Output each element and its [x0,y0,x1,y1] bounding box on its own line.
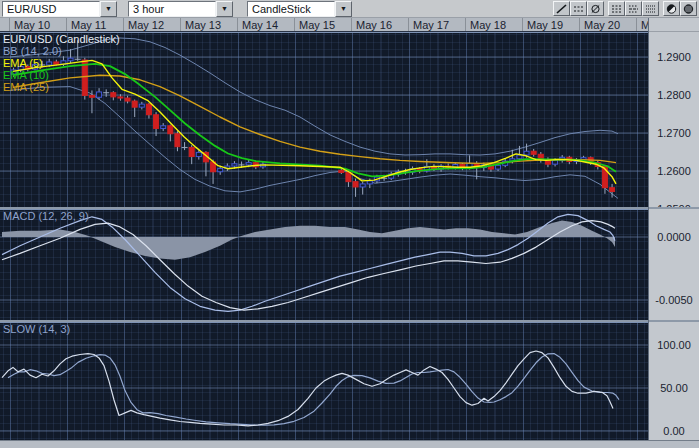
toolbar-button-group-3 [663,1,697,16]
symbol-select[interactable]: EUR/USD ▼ [2,1,117,17]
axis-tick-label: 0.0000 [649,231,699,243]
date-axis-label: May 17 [409,18,466,31]
legend-item-3: EMA (10) [3,69,120,81]
axis-tick-label: 0.00 [649,425,699,437]
toolbar-button-group-1 [553,1,604,16]
axis-tick-label: 1.2700 [649,127,699,139]
bottom-strip [0,440,699,448]
date-axis-label: May 13 [181,18,238,31]
stochastic-legend: SLOW (14, 3) [3,323,70,335]
legend-item-0: EUR/USD (Candlestick) [3,33,120,45]
main-chart-legend: EUR/USD (Candlestick)BB (14, 2.0)EMA (5)… [3,33,120,93]
date-axis: May 10May 11May 12May 13May 14May 15May … [0,18,648,32]
axis-tick-label: 1.2900 [649,51,699,63]
symbol-select-arrow-icon[interactable]: ▼ [100,1,117,17]
symbol-select-value[interactable]: EUR/USD [2,1,100,17]
macd-indicator-panel[interactable]: MACD (12, 26, 9) [0,209,648,320]
macd-legend-text: MACD (12, 26, 9) [3,210,89,222]
axis-tick-label: 1.2600 [649,165,699,177]
trendline-tool-button[interactable] [553,1,570,16]
date-axis-label: May 10 [10,18,67,31]
axis-tick-label: -0.0050 [649,294,699,306]
stochastic-legend-text: SLOW (14, 3) [3,323,70,335]
date-axis-label: May 18 [466,18,523,31]
dashed-grid-mid-icon [627,3,640,15]
toolbar-button-group-2 [608,1,659,16]
slashed-circle-icon [589,3,602,15]
macd-canvas [0,209,648,320]
dashed-grid-icon [610,3,623,15]
date-axis-label: May 20 [580,18,637,31]
chart-type-select-value[interactable]: CandleStick [247,1,335,17]
price-axis: 1.29001.28001.27001.26001.2500 0.0000-0.… [648,18,699,440]
chart-region: May 10May 11May 12May 13May 14May 15May … [0,18,699,440]
chart-type-select[interactable]: CandleStick ▼ [247,1,352,17]
toolbar-button-area [549,1,697,16]
interval-select[interactable]: 3 hour ▼ [128,1,233,17]
charting-app-window: EUR/USD ▼ 3 hour ▼ CandleStick ▼ May 10M… [0,0,699,448]
macd-legend: MACD (12, 26, 9) [3,210,89,222]
date-axis-label: May 19 [523,18,580,31]
interval-select-arrow-icon[interactable]: ▼ [216,1,233,17]
stochastic-indicator-panel[interactable]: SLOW (14, 3) [0,322,648,440]
date-axis-label: May 11 [67,18,124,31]
hatched-circle-icon [682,3,695,15]
half-filled-circle-icon [665,3,678,15]
hatched-circle-toggle-button[interactable] [680,1,697,16]
date-axis-stub [0,18,10,31]
price-axis-stochastic: 100.0050.000.00 [649,322,699,440]
stochastic-canvas [0,322,648,440]
chart-type-select-arrow-icon[interactable]: ▼ [335,1,352,17]
date-axis-label: May 16 [352,18,409,31]
clear-studies-button[interactable] [587,1,604,16]
dashed-lines-tool-button[interactable] [570,1,587,16]
grid-style-3-button[interactable] [642,1,659,16]
legend-item-2: EMA (5) [3,57,120,69]
main-price-chart[interactable]: EUR/USD (Candlestick)BB (14, 2.0)EMA (5)… [0,32,648,207]
axis-tick-label: 1.2500 [649,203,699,207]
toolbar: EUR/USD ▼ 3 hour ▼ CandleStick ▼ [0,0,699,18]
axis-tick-label: 1.2800 [649,89,699,101]
half-circle-toggle-button[interactable] [663,1,680,16]
diagonal-line-icon [555,3,568,15]
date-axis-label: May 15 [295,18,352,31]
axis-tick-label: 100.00 [649,339,699,351]
grid-style-1-button[interactable] [608,1,625,16]
price-axis-top-stub [649,18,699,32]
date-axis-label: Ma [637,18,648,31]
date-axis-label: May 12 [124,18,181,31]
interval-select-value[interactable]: 3 hour [128,1,216,17]
plot-column: May 10May 11May 12May 13May 14May 15May … [0,18,648,440]
price-axis-main: 1.29001.28001.27001.26001.2500 [649,32,699,207]
legend-item-4: EMA (25) [3,81,120,93]
legend-item-1: BB (14, 2.0) [3,45,120,57]
axis-tick-label: 50.00 [649,382,699,394]
price-axis-macd: 0.0000-0.0050 [649,209,699,320]
date-axis-label: May 14 [238,18,295,31]
dashed-grid-dense-icon [644,3,657,15]
grid-style-2-button[interactable] [625,1,642,16]
dashed-lines-icon [572,3,585,15]
